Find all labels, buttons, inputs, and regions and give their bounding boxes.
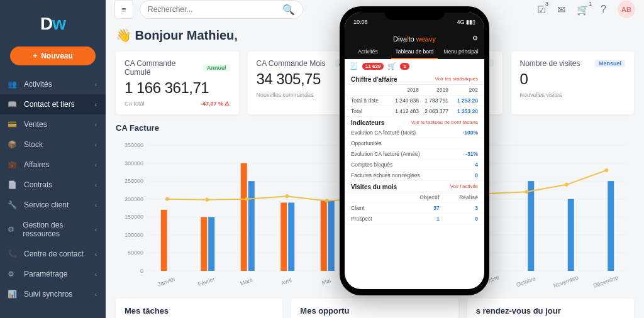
svg-text:350000: 350000 — [125, 142, 143, 148]
nav-icon: 📄 — [8, 180, 19, 189]
nav-icon: 🔧 — [8, 200, 19, 209]
svg-rect-20 — [208, 217, 214, 271]
sidebar-item-7[interactable]: ⚙Gestion des ressources‹ — [0, 215, 106, 244]
svg-rect-19 — [201, 217, 207, 271]
svg-rect-39 — [608, 181, 614, 271]
indicator-row: Evolution CA facturé (Année)-31% — [345, 149, 484, 160]
sidebar-item-label: Contrats — [24, 180, 52, 189]
kpi-title: CA Commande Mois — [257, 59, 326, 68]
sidebar: Dw +Nouveau 👥Activités‹📖Contact et tiers… — [0, 0, 106, 318]
kpi-delta: -47,07 % ⚠ — [201, 101, 230, 107]
svg-text:Novembre: Novembre — [553, 274, 579, 289]
phone-tabs[interactable]: ActivitésTableau de bordMenu principal — [345, 45, 484, 59]
svg-rect-17 — [161, 210, 167, 271]
svg-text:Décembre: Décembre — [592, 274, 619, 289]
sidebar-item-0[interactable]: 👥Activités‹ — [0, 74, 106, 94]
kpi-tag: Mensuel — [595, 60, 625, 67]
bottom-card: Mes tâches — [116, 299, 282, 318]
nav-icon: 👥 — [8, 80, 19, 89]
nav-icon: 📊 — [8, 290, 19, 299]
phone-time: 10:08 — [353, 19, 368, 25]
cart-icon[interactable]: 🛒1 — [577, 4, 589, 16]
nav-icon: ⚙ — [8, 225, 18, 234]
nav-icon: 📞 — [8, 249, 19, 258]
svg-text:Avril: Avril — [280, 277, 292, 287]
svg-text:Mars: Mars — [240, 277, 254, 287]
chevron-left-icon: ‹ — [95, 291, 97, 298]
svg-rect-29 — [328, 201, 335, 271]
svg-rect-25 — [280, 202, 287, 271]
chevron-left-icon: ‹ — [95, 182, 97, 189]
chevron-left-icon: ‹ — [95, 251, 97, 258]
menu-toggle[interactable]: ≡ — [114, 0, 133, 19]
tasks-icon[interactable]: ☑3 — [537, 4, 546, 16]
sidebar-item-label: Centre de contact — [24, 249, 84, 258]
nav-icon: ⚙ — [8, 270, 19, 278]
kpi-value: 1 166 361,71 — [125, 79, 230, 97]
bottom-card: s rendez-vous du jour — [467, 299, 634, 318]
sidebar-item-label: Ventes — [24, 120, 47, 129]
svg-rect-26 — [288, 202, 294, 271]
sidebar-item-label: Paramétrage — [24, 270, 67, 278]
sidebar-item-5[interactable]: 📄Contrats‹ — [0, 175, 106, 195]
sidebar-item-2[interactable]: 💳Ventes‹ — [0, 114, 106, 134]
nav-icon: 📦 — [8, 140, 19, 149]
sidebar-item-10[interactable]: 📊Suivi synchros‹ — [0, 284, 106, 304]
svg-text:Mai: Mai — [321, 277, 331, 286]
sidebar-item-1[interactable]: 📖Contact et tiers‹ — [0, 94, 106, 114]
svg-text:300000: 300000 — [125, 160, 143, 167]
search-icon: 🔍 — [282, 4, 295, 16]
kpi-tag: Annuel — [203, 64, 230, 72]
sidebar-item-8[interactable]: 📞Centre de contact‹ — [0, 244, 106, 264]
svg-text:0: 0 — [140, 268, 143, 274]
chevron-left-icon: ‹ — [95, 81, 97, 88]
sidebar-item-label: Affaires — [24, 160, 49, 169]
mail-icon[interactable]: ✉ — [557, 4, 565, 16]
chevron-left-icon: ‹ — [95, 202, 97, 209]
nav-icon: 💼 — [8, 160, 19, 169]
chevron-left-icon: ‹ — [95, 101, 97, 108]
kpi-sub: Nouvelles commandes — [257, 92, 314, 98]
svg-text:100000: 100000 — [125, 232, 143, 238]
svg-rect-22 — [241, 163, 247, 271]
svg-rect-28 — [321, 200, 327, 271]
sidebar-item-label: Stock — [24, 140, 43, 149]
nav-icon: 📖 — [8, 100, 19, 109]
help-icon[interactable]: ? — [601, 4, 606, 15]
search-box[interactable]: 🔍 — [140, 0, 303, 19]
sidebar-item-label: Suivi synchros — [24, 290, 72, 299]
avatar[interactable]: AB — [618, 1, 635, 18]
nav-icon: 💳 — [8, 120, 19, 129]
kpi-title: CA Commande Cumulé — [125, 59, 203, 77]
svg-rect-35 — [528, 181, 534, 271]
svg-rect-37 — [568, 199, 574, 271]
sidebar-item-6[interactable]: 🔧Service client‹ — [0, 195, 106, 215]
sidebar-item-3[interactable]: 📦Stock‹ — [0, 134, 106, 155]
kpi-card: CA Commande CumuléAnnuel1 166 361,71CA t… — [116, 52, 239, 114]
indicator-row: Comptes bloqués4 — [345, 160, 484, 170]
kpi-card: Nombre de visitesMensuel0Nouvelles visit… — [511, 52, 635, 114]
chevron-left-icon: ‹ — [95, 162, 97, 168]
kpi-sub: CA total — [125, 101, 145, 107]
kpi-value: 0 — [520, 70, 626, 88]
chevron-left-icon: ‹ — [95, 226, 97, 233]
sidebar-item-9[interactable]: ⚙Paramétrage‹ — [0, 264, 106, 284]
svg-text:Janvier: Janvier — [157, 276, 176, 288]
sidebar-item-4[interactable]: 💼Affaires‹ — [0, 155, 106, 175]
content: 👋 Bonjour Mathieu, CA Commande CumuléAnn… — [106, 19, 644, 318]
phone-mockup: 10:084G ▮▮▯ Divalto weavy ⚙ ActivitésTab… — [340, 6, 489, 295]
sidebar-item-label: Contact et tiers — [24, 100, 75, 109]
svg-rect-23 — [248, 181, 255, 271]
kpi-title: Nombre de visites — [520, 59, 580, 68]
sidebar-item-label: Activités — [24, 80, 52, 89]
gear-icon[interactable]: ⚙ — [472, 35, 478, 41]
svg-text:200000: 200000 — [125, 196, 143, 202]
svg-text:250000: 250000 — [125, 178, 143, 184]
chevron-left-icon: ‹ — [95, 121, 97, 128]
indicator-row: Opportunités — [345, 138, 484, 149]
search-input[interactable] — [148, 5, 282, 14]
new-button[interactable]: +Nouveau — [10, 47, 96, 65]
sidebar-nav: 👥Activités‹📖Contact et tiers‹💳Ventes‹📦St… — [0, 74, 106, 318]
chevron-left-icon: ‹ — [95, 141, 97, 148]
hamburger-icon: ≡ — [121, 5, 126, 14]
